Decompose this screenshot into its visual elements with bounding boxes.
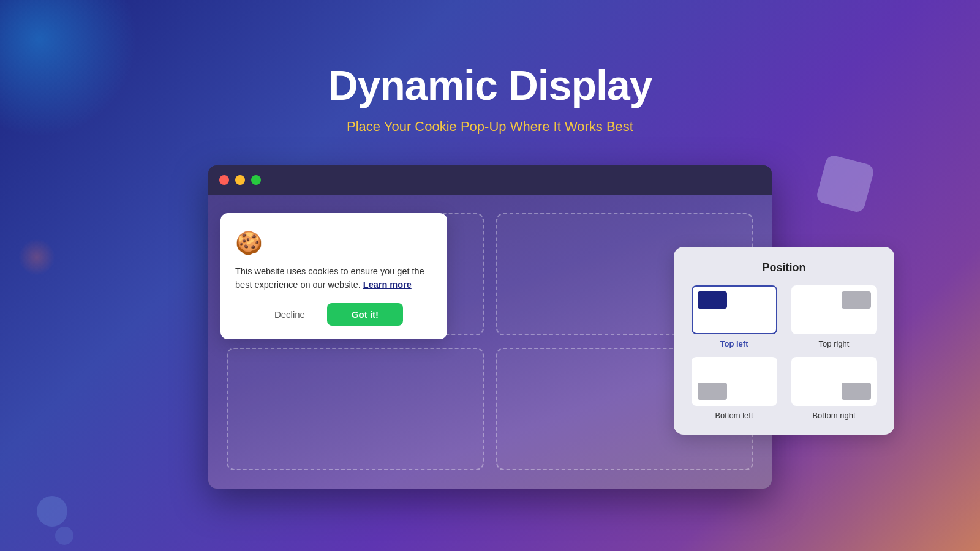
accept-button[interactable]: Got it!	[327, 303, 403, 326]
position-label-bottom-right: Bottom right	[812, 411, 855, 420]
browser-titlebar	[208, 165, 772, 195]
position-indicator-bottom-right	[842, 383, 871, 400]
position-option-top-right[interactable]: Top right	[788, 285, 880, 348]
position-preview-top-right	[791, 285, 877, 334]
position-label-top-left: Top left	[720, 339, 748, 348]
position-option-top-left[interactable]: Top left	[688, 285, 780, 348]
position-preview-top-left	[692, 285, 777, 334]
position-option-bottom-left[interactable]: Bottom left	[688, 357, 780, 420]
position-indicator-bottom-left	[698, 383, 727, 400]
page-subtitle: Place Your Cookie Pop-Up Where It Works …	[347, 119, 633, 135]
page-content: Dynamic Display Place Your Cookie Pop-Up…	[0, 0, 980, 489]
position-panel-title: Position	[688, 261, 880, 274]
traffic-light-red[interactable]	[219, 175, 229, 185]
cookie-text: This website uses cookies to ensure you …	[235, 264, 432, 292]
position-preview-bottom-left	[692, 357, 777, 406]
decorative-blob-bl	[37, 496, 67, 527]
position-indicator-top-right	[842, 291, 871, 309]
position-indicator-top-left	[698, 291, 727, 309]
traffic-light-yellow[interactable]	[235, 175, 245, 185]
traffic-light-green[interactable]	[251, 175, 261, 185]
placeholder-bottom-left	[227, 348, 484, 470]
position-preview-bottom-right	[791, 357, 877, 406]
learn-more-link[interactable]: Learn more	[363, 280, 412, 290]
position-label-top-right: Top right	[819, 339, 850, 348]
position-grid: Top left Top right Bottom	[688, 285, 880, 420]
position-label-bottom-left: Bottom left	[715, 411, 753, 420]
cookie-icon: 🍪	[235, 230, 432, 256]
position-panel: Position Top left Top right	[674, 247, 894, 435]
position-option-bottom-right[interactable]: Bottom right	[788, 357, 880, 420]
cookie-popup: 🍪 This website uses cookies to ensure yo…	[221, 213, 447, 339]
decorative-blob-bl2	[55, 527, 74, 545]
browser-body: 🍪 This website uses cookies to ensure yo…	[208, 195, 772, 489]
page-title: Dynamic Display	[328, 61, 652, 109]
decline-button[interactable]: Decline	[265, 304, 315, 324]
browser-mockup: 🍪 This website uses cookies to ensure yo…	[208, 165, 772, 489]
cookie-buttons: Decline Got it!	[235, 303, 432, 326]
